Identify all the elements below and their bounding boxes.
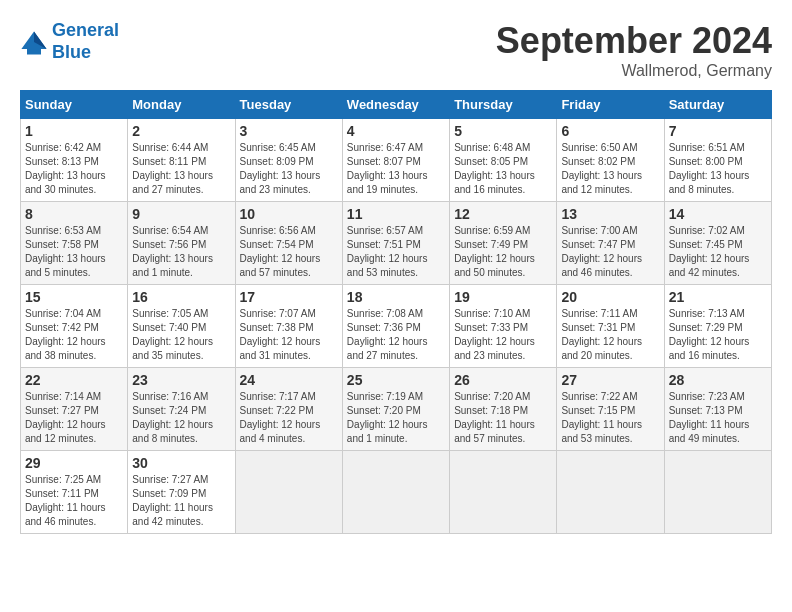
day-info-w2-d0: Sunrise: 7:04 AM Sunset: 7:42 PM Dayligh… [25,307,123,363]
day-info-w0-d4: Sunrise: 6:48 AM Sunset: 8:05 PM Dayligh… [454,141,552,197]
cell-w2-d6: 21Sunrise: 7:13 AM Sunset: 7:29 PM Dayli… [664,285,771,368]
day-info-w3-d4: Sunrise: 7:20 AM Sunset: 7:18 PM Dayligh… [454,390,552,446]
day-info-w3-d3: Sunrise: 7:19 AM Sunset: 7:20 PM Dayligh… [347,390,445,446]
cell-w4-d5 [557,451,664,534]
week-row-3: 22Sunrise: 7:14 AM Sunset: 7:27 PM Dayli… [21,368,772,451]
cell-w4-d6 [664,451,771,534]
day-num-w0-d3: 4 [347,123,445,139]
cell-w2-d0: 15Sunrise: 7:04 AM Sunset: 7:42 PM Dayli… [21,285,128,368]
day-info-w0-d1: Sunrise: 6:44 AM Sunset: 8:11 PM Dayligh… [132,141,230,197]
col-thursday: Thursday [450,91,557,119]
day-info-w3-d2: Sunrise: 7:17 AM Sunset: 7:22 PM Dayligh… [240,390,338,446]
day-info-w2-d3: Sunrise: 7:08 AM Sunset: 7:36 PM Dayligh… [347,307,445,363]
location: Wallmerod, Germany [496,62,772,80]
week-row-2: 15Sunrise: 7:04 AM Sunset: 7:42 PM Dayli… [21,285,772,368]
day-num-w3-d6: 28 [669,372,767,388]
week-row-1: 8Sunrise: 6:53 AM Sunset: 7:58 PM Daylig… [21,202,772,285]
day-info-w2-d2: Sunrise: 7:07 AM Sunset: 7:38 PM Dayligh… [240,307,338,363]
day-num-w4-d0: 29 [25,455,123,471]
cell-w4-d0: 29Sunrise: 7:25 AM Sunset: 7:11 PM Dayli… [21,451,128,534]
day-info-w2-d5: Sunrise: 7:11 AM Sunset: 7:31 PM Dayligh… [561,307,659,363]
day-num-w1-d0: 8 [25,206,123,222]
day-info-w0-d3: Sunrise: 6:47 AM Sunset: 8:07 PM Dayligh… [347,141,445,197]
cell-w3-d3: 25Sunrise: 7:19 AM Sunset: 7:20 PM Dayli… [342,368,449,451]
cell-w0-d6: 7Sunrise: 6:51 AM Sunset: 8:00 PM Daylig… [664,119,771,202]
logo-general: General [52,20,119,40]
day-num-w0-d6: 7 [669,123,767,139]
cell-w2-d1: 16Sunrise: 7:05 AM Sunset: 7:40 PM Dayli… [128,285,235,368]
cell-w1-d0: 8Sunrise: 6:53 AM Sunset: 7:58 PM Daylig… [21,202,128,285]
cell-w2-d2: 17Sunrise: 7:07 AM Sunset: 7:38 PM Dayli… [235,285,342,368]
cell-w1-d4: 12Sunrise: 6:59 AM Sunset: 7:49 PM Dayli… [450,202,557,285]
day-num-w0-d4: 5 [454,123,552,139]
cell-w1-d5: 13Sunrise: 7:00 AM Sunset: 7:47 PM Dayli… [557,202,664,285]
day-num-w0-d5: 6 [561,123,659,139]
page-header: General Blue September 2024 Wallmerod, G… [20,20,772,80]
day-num-w2-d1: 16 [132,289,230,305]
week-row-4: 29Sunrise: 7:25 AM Sunset: 7:11 PM Dayli… [21,451,772,534]
day-info-w2-d6: Sunrise: 7:13 AM Sunset: 7:29 PM Dayligh… [669,307,767,363]
cell-w1-d6: 14Sunrise: 7:02 AM Sunset: 7:45 PM Dayli… [664,202,771,285]
cell-w0-d0: 1Sunrise: 6:42 AM Sunset: 8:13 PM Daylig… [21,119,128,202]
col-wednesday: Wednesday [342,91,449,119]
logo-blue: Blue [52,42,91,62]
col-monday: Monday [128,91,235,119]
day-num-w2-d6: 21 [669,289,767,305]
day-info-w1-d2: Sunrise: 6:56 AM Sunset: 7:54 PM Dayligh… [240,224,338,280]
day-info-w1-d4: Sunrise: 6:59 AM Sunset: 7:49 PM Dayligh… [454,224,552,280]
day-info-w2-d4: Sunrise: 7:10 AM Sunset: 7:33 PM Dayligh… [454,307,552,363]
day-num-w3-d0: 22 [25,372,123,388]
week-row-0: 1Sunrise: 6:42 AM Sunset: 8:13 PM Daylig… [21,119,772,202]
day-info-w3-d5: Sunrise: 7:22 AM Sunset: 7:15 PM Dayligh… [561,390,659,446]
cell-w0-d1: 2Sunrise: 6:44 AM Sunset: 8:11 PM Daylig… [128,119,235,202]
day-num-w3-d4: 26 [454,372,552,388]
day-info-w0-d0: Sunrise: 6:42 AM Sunset: 8:13 PM Dayligh… [25,141,123,197]
day-info-w1-d3: Sunrise: 6:57 AM Sunset: 7:51 PM Dayligh… [347,224,445,280]
day-num-w1-d3: 11 [347,206,445,222]
month-title: September 2024 Wallmerod, Germany [496,20,772,80]
day-info-w3-d1: Sunrise: 7:16 AM Sunset: 7:24 PM Dayligh… [132,390,230,446]
month-year: September 2024 [496,20,772,62]
day-num-w1-d5: 13 [561,206,659,222]
day-num-w2-d2: 17 [240,289,338,305]
day-info-w0-d5: Sunrise: 6:50 AM Sunset: 8:02 PM Dayligh… [561,141,659,197]
cell-w0-d3: 4Sunrise: 6:47 AM Sunset: 8:07 PM Daylig… [342,119,449,202]
day-info-w1-d1: Sunrise: 6:54 AM Sunset: 7:56 PM Dayligh… [132,224,230,280]
day-info-w4-d1: Sunrise: 7:27 AM Sunset: 7:09 PM Dayligh… [132,473,230,529]
day-num-w2-d4: 19 [454,289,552,305]
calendar-table: Sunday Monday Tuesday Wednesday Thursday… [20,90,772,534]
day-info-w1-d6: Sunrise: 7:02 AM Sunset: 7:45 PM Dayligh… [669,224,767,280]
day-num-w0-d1: 2 [132,123,230,139]
day-num-w3-d1: 23 [132,372,230,388]
cell-w0-d4: 5Sunrise: 6:48 AM Sunset: 8:05 PM Daylig… [450,119,557,202]
cell-w2-d3: 18Sunrise: 7:08 AM Sunset: 7:36 PM Dayli… [342,285,449,368]
calendar-header-row: Sunday Monday Tuesday Wednesday Thursday… [21,91,772,119]
day-num-w1-d2: 10 [240,206,338,222]
day-info-w0-d2: Sunrise: 6:45 AM Sunset: 8:09 PM Dayligh… [240,141,338,197]
cell-w4-d4 [450,451,557,534]
day-num-w0-d0: 1 [25,123,123,139]
cell-w3-d1: 23Sunrise: 7:16 AM Sunset: 7:24 PM Dayli… [128,368,235,451]
day-info-w1-d5: Sunrise: 7:00 AM Sunset: 7:47 PM Dayligh… [561,224,659,280]
cell-w3-d0: 22Sunrise: 7:14 AM Sunset: 7:27 PM Dayli… [21,368,128,451]
cell-w3-d2: 24Sunrise: 7:17 AM Sunset: 7:22 PM Dayli… [235,368,342,451]
day-num-w3-d2: 24 [240,372,338,388]
day-num-w2-d3: 18 [347,289,445,305]
day-num-w2-d0: 15 [25,289,123,305]
cell-w1-d1: 9Sunrise: 6:54 AM Sunset: 7:56 PM Daylig… [128,202,235,285]
day-info-w2-d1: Sunrise: 7:05 AM Sunset: 7:40 PM Dayligh… [132,307,230,363]
day-info-w3-d0: Sunrise: 7:14 AM Sunset: 7:27 PM Dayligh… [25,390,123,446]
day-info-w0-d6: Sunrise: 6:51 AM Sunset: 8:00 PM Dayligh… [669,141,767,197]
day-num-w0-d2: 3 [240,123,338,139]
logo: General Blue [20,20,119,63]
day-info-w4-d0: Sunrise: 7:25 AM Sunset: 7:11 PM Dayligh… [25,473,123,529]
cell-w3-d6: 28Sunrise: 7:23 AM Sunset: 7:13 PM Dayli… [664,368,771,451]
col-sunday: Sunday [21,91,128,119]
cell-w4-d3 [342,451,449,534]
cell-w2-d4: 19Sunrise: 7:10 AM Sunset: 7:33 PM Dayli… [450,285,557,368]
day-num-w1-d6: 14 [669,206,767,222]
cell-w2-d5: 20Sunrise: 7:11 AM Sunset: 7:31 PM Dayli… [557,285,664,368]
cell-w3-d5: 27Sunrise: 7:22 AM Sunset: 7:15 PM Dayli… [557,368,664,451]
day-num-w3-d3: 25 [347,372,445,388]
cell-w1-d3: 11Sunrise: 6:57 AM Sunset: 7:51 PM Dayli… [342,202,449,285]
